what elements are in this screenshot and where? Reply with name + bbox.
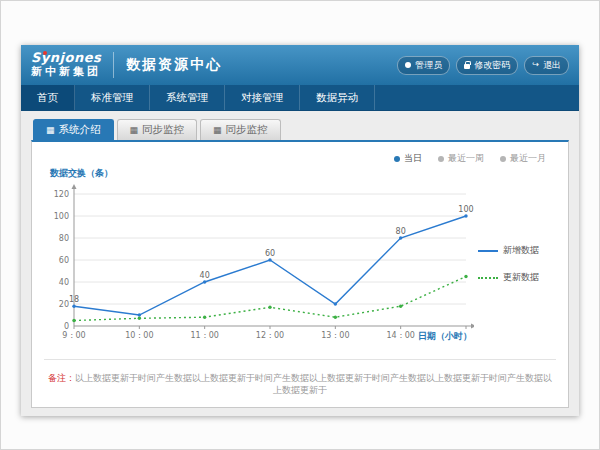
tab-bar: ▦系统介绍 ▦同步监控 ▦同步监控 (33, 119, 569, 140)
svg-text:12：00: 12：00 (256, 331, 284, 340)
line-swatch-icon (478, 277, 498, 279)
svg-text:80: 80 (59, 234, 69, 243)
nav-item-data-change[interactable]: 数据异动 (300, 85, 375, 110)
svg-text:9：00: 9：00 (62, 331, 85, 340)
nav-item-home[interactable]: 首页 (21, 85, 75, 110)
nav-item-standard-mgmt[interactable]: 标准管理 (75, 85, 150, 110)
chart-filters: 当日 最近一周 最近一月 (44, 152, 546, 165)
line-chart: 0204060801001209：0010：0011：0012：0013：001… (44, 180, 474, 348)
app-header: Synjones 新中新集团 数据资源中心 管理员 修改密码 ↪退出 (21, 45, 579, 85)
y-axis-title: 数据交换（条） (50, 167, 556, 180)
header-divider (113, 52, 114, 78)
tab-system-intro[interactable]: ▦系统介绍 (33, 119, 114, 140)
svg-text:100: 100 (458, 205, 473, 214)
lock-icon (464, 64, 470, 69)
app-window: Synjones 新中新集团 数据资源中心 管理员 修改密码 ↪退出 首页 标准… (21, 45, 579, 416)
header-actions: 管理员 修改密码 ↪退出 (397, 56, 569, 75)
chart-panel: 当日 最近一周 最近一月 数据交换（条） 0204060801001209：00… (31, 140, 569, 408)
logout-label: 退出 (543, 59, 561, 72)
footnote: 备注：以上数据更新于时间产生数据以上数据更新于时间产生数据以上数据更新于时间产生… (44, 359, 556, 397)
content-area: ▦系统介绍 ▦同步监控 ▦同步监控 当日 最近一周 最近一月 数据交换（条） 0… (21, 111, 579, 416)
svg-text:14：00: 14：00 (386, 331, 414, 340)
legend-series-1-label: 新增数据 (503, 244, 539, 257)
tab-sync-monitor-1-label: 同步监控 (142, 123, 184, 137)
svg-text:18: 18 (69, 295, 79, 304)
tab-sync-monitor-2[interactable]: ▦同步监控 (200, 119, 281, 140)
admin-user-button[interactable]: 管理员 (397, 56, 450, 75)
legend-dot-icon (500, 156, 506, 162)
change-password-label: 修改密码 (474, 59, 510, 72)
chart-filter[interactable]: 当日 (394, 152, 422, 165)
svg-text:120: 120 (54, 190, 69, 199)
filter-week-label: 最近一周 (448, 152, 484, 165)
svg-text:40: 40 (59, 278, 69, 287)
svg-text:40: 40 (200, 271, 210, 280)
svg-text:日期（小时）: 日期（小时） (418, 331, 472, 341)
grid-icon: ▦ (130, 126, 139, 135)
change-password-button[interactable]: 修改密码 (456, 56, 518, 75)
footnote-text: 以上数据更新于时间产生数据以上数据更新于时间产生数据以上数据更新于时间产生数据以… (75, 373, 552, 396)
svg-text:13：00: 13：00 (321, 331, 349, 340)
grid-icon: ▦ (46, 126, 55, 135)
line-swatch-icon (478, 250, 498, 252)
legend-dot-icon (438, 156, 444, 162)
grid-icon: ▦ (213, 126, 222, 135)
desktop-background: Synjones 新中新集团 数据资源中心 管理员 修改密码 ↪退出 首页 标准… (0, 0, 600, 450)
legend-dot-icon (394, 156, 400, 162)
svg-text:100: 100 (54, 212, 69, 221)
legend-series-2-label: 更新数据 (503, 271, 539, 284)
filter-today-label: 当日 (404, 152, 422, 165)
nav-item-system-mgmt[interactable]: 系统管理 (150, 85, 225, 110)
user-icon (405, 62, 411, 68)
svg-text:20: 20 (59, 300, 69, 309)
svg-text:10：00: 10：00 (125, 331, 153, 340)
svg-text:60: 60 (59, 256, 69, 265)
chart-row: 0204060801001209：0010：0011：0012：0013：001… (44, 180, 556, 348)
logout-icon: ↪ (532, 61, 539, 69)
svg-text:80: 80 (396, 227, 406, 236)
chart-legend: 新增数据 更新数据 (478, 244, 539, 284)
logo-text-en-label: Synjones (31, 50, 101, 65)
svg-text:0: 0 (64, 322, 69, 331)
svg-text:60: 60 (265, 249, 275, 258)
chart-filter[interactable]: 最近一周 (438, 152, 484, 165)
nav-item-connection-mgmt[interactable]: 对接管理 (225, 85, 300, 110)
legend-item: 更新数据 (478, 271, 539, 284)
legend-item: 新增数据 (478, 244, 539, 257)
logo-text-cn: 新中新集团 (31, 66, 101, 79)
admin-user-label: 管理员 (415, 59, 442, 72)
app-title: 数据资源中心 (126, 56, 222, 74)
tab-sync-monitor-2-label: 同步监控 (226, 123, 268, 137)
chart-filter[interactable]: 最近一月 (500, 152, 546, 165)
logo-text-en: Synjones (31, 51, 101, 66)
filter-month-label: 最近一月 (510, 152, 546, 165)
svg-text:11：00: 11：00 (190, 331, 218, 340)
footnote-label: 备注： (48, 373, 75, 383)
logout-button[interactable]: ↪退出 (524, 56, 569, 75)
logo: Synjones 新中新集团 (31, 51, 101, 79)
tab-sync-monitor-1[interactable]: ▦同步监控 (117, 119, 198, 140)
main-nav: 首页 标准管理 系统管理 对接管理 数据异动 (21, 85, 579, 111)
tab-system-intro-label: 系统介绍 (59, 123, 101, 137)
